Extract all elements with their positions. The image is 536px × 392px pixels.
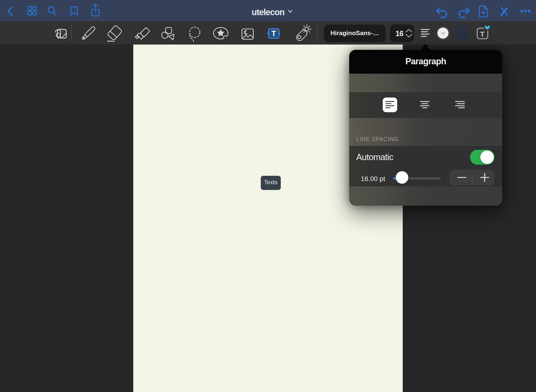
- svg-text:T: T: [480, 30, 484, 38]
- svg-text:T: T: [272, 29, 276, 38]
